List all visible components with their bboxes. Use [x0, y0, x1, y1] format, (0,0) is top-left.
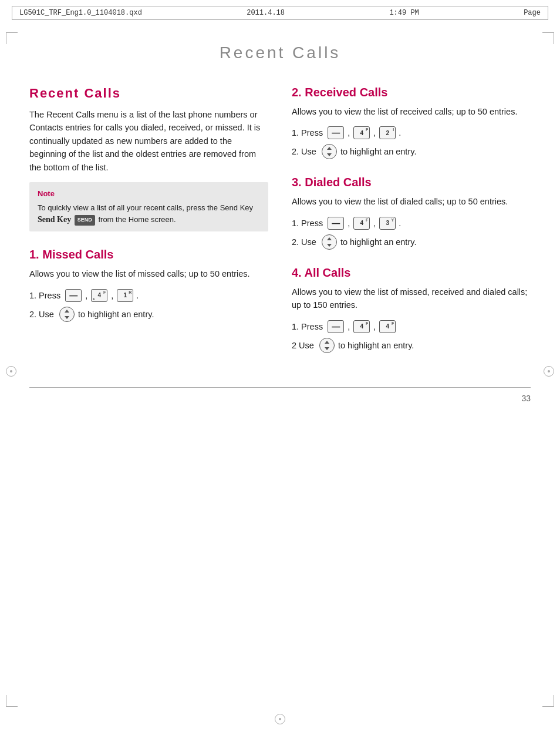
key4-all-2: 4F [379, 320, 396, 333]
menu-key-all: — [328, 320, 344, 333]
missed-calls-block: 1. Missed Calls Allows you to view the l… [29, 248, 268, 321]
key4-missed: 4FF [91, 289, 107, 302]
dialed-step2-text: 2. Use [292, 237, 316, 247]
two-column-layout: Recent Calls The Recent Calls menu is a … [29, 86, 531, 370]
received-step1: 1. Press — , 4F , 2I . [292, 126, 531, 139]
received-calls-title: 2. Received Calls [292, 86, 531, 99]
menu-key-missed: — [65, 289, 82, 302]
left-column: Recent Calls The Recent Calls menu is a … [29, 86, 268, 370]
note-text: To quickly view a list of all your recen… [38, 203, 253, 212]
missed-step2: 2. Use to highlight an entry. [29, 307, 268, 322]
footer-divider [29, 387, 531, 388]
received-calls-desc: Allows you to view the list of received … [292, 105, 531, 118]
header-date: 2011.4.18 [247, 9, 285, 17]
nav-btn-dialed [322, 234, 337, 250]
recent-calls-intro-text: The Recent Calls menu is a list of the l… [29, 108, 268, 174]
missed-step1-prefix: 1. Press [29, 291, 60, 300]
dialed-step2-suffix: to highlight an entry. [340, 237, 417, 247]
all-step1: 1. Press — , 4F , 4F [292, 320, 531, 333]
crop-mark-bl [6, 695, 18, 707]
received-calls-block: 2. Received Calls Allows you to view the… [292, 86, 531, 159]
key4-all-1: 4F [353, 320, 370, 333]
crop-mark-tr [542, 32, 554, 44]
dialed-calls-title: 3. Dialed Calls [292, 176, 531, 189]
nav-arrow-down-all [325, 347, 329, 350]
missed-calls-title: 1. Missed Calls [29, 248, 268, 261]
dialed-step1: 1. Press — , 4F , 3Y . [292, 217, 531, 230]
send-key-badge: SEND [75, 215, 95, 226]
key3-dialed: 3Y [379, 217, 396, 230]
missed-calls-desc: Allows you to view the list of missed ca… [29, 267, 268, 280]
missed-step1: 1. Press — , 4FF , 1R . [29, 289, 268, 302]
note-text2: from the Home screen. [98, 215, 176, 224]
recent-calls-intro-block: Recent Calls The Recent Calls menu is a … [29, 86, 268, 231]
nav-arrow-down-received [327, 153, 332, 156]
all-step1-prefix: 1. Press [292, 322, 323, 331]
note-box: Note To quickly view a list of all your … [29, 182, 268, 231]
page-number: 33 [29, 394, 531, 403]
received-step2-text: 2. Use [292, 147, 316, 156]
nav-btn-all [319, 338, 335, 353]
nav-arrow-down-dialed [327, 244, 332, 247]
nav-arrow-up-received [327, 147, 332, 150]
missed-step2-suffix: to highlight an entry. [78, 310, 154, 319]
nav-arrow-up-dialed [327, 237, 332, 240]
reg-circle-left [6, 366, 16, 377]
reg-circle-right [544, 366, 554, 377]
note-label: Note [38, 188, 260, 200]
crop-mark-br [542, 695, 554, 707]
all-calls-desc: Allows you to view the list of missed, r… [292, 286, 531, 312]
crop-mark-tl [6, 32, 18, 44]
dialed-step2: 2. Use to highlight an entry. [292, 234, 531, 250]
all-calls-title: 4. All Calls [292, 266, 531, 280]
nav-btn-received [322, 144, 337, 159]
all-calls-block: 4. All Calls Allows you to view the list… [292, 266, 531, 353]
recent-calls-main-title: Recent Calls [29, 86, 268, 101]
all-step2-suffix: to highlight an entry. [338, 341, 414, 350]
key4-received: 4F [353, 126, 370, 139]
right-column: 2. Received Calls Allows you to view the… [292, 86, 531, 370]
header-bar: LG501C_TRF_Eng1.0_1104018.qxd 2011.4.18 … [12, 6, 548, 20]
page-title: Recent Calls [29, 43, 531, 62]
menu-key-received: — [328, 126, 344, 139]
nav-arrow-down-missed [65, 316, 69, 319]
send-key-text: Send Key [38, 215, 71, 224]
dialed-calls-desc: Allows you to view the list of dialed ca… [292, 195, 531, 208]
nav-arrow-up-all [325, 341, 329, 344]
received-step2: 2. Use to highlight an entry. [292, 144, 531, 159]
missed-step2-text: 2. Use [29, 310, 54, 319]
key2-received: 2I [379, 126, 396, 139]
all-step2: 2 Use to highlight an entry. [292, 338, 531, 353]
dialed-step1-prefix: 1. Press [292, 219, 323, 228]
page-container: Recent Calls Recent Calls The Recent Cal… [0, 26, 560, 427]
header-page-label: Page [524, 9, 541, 17]
all-step2-prefix: 2 Use [292, 341, 314, 350]
key4-dialed: 4F [353, 217, 370, 230]
received-step1-prefix: 1. Press [292, 128, 323, 137]
header-filename: LG501C_TRF_Eng1.0_1104018.qxd [19, 9, 142, 17]
key1-missed: 1R [117, 289, 133, 302]
nav-btn-missed [59, 307, 75, 322]
received-step2-suffix: to highlight an entry. [340, 147, 417, 156]
dialed-calls-block: 3. Dialed Calls Allows you to view the l… [292, 176, 531, 249]
header-time: 1:49 PM [389, 9, 419, 17]
menu-key-dialed: — [328, 217, 344, 230]
reg-circle-bottom [275, 714, 285, 724]
nav-arrow-up-missed [65, 310, 69, 313]
